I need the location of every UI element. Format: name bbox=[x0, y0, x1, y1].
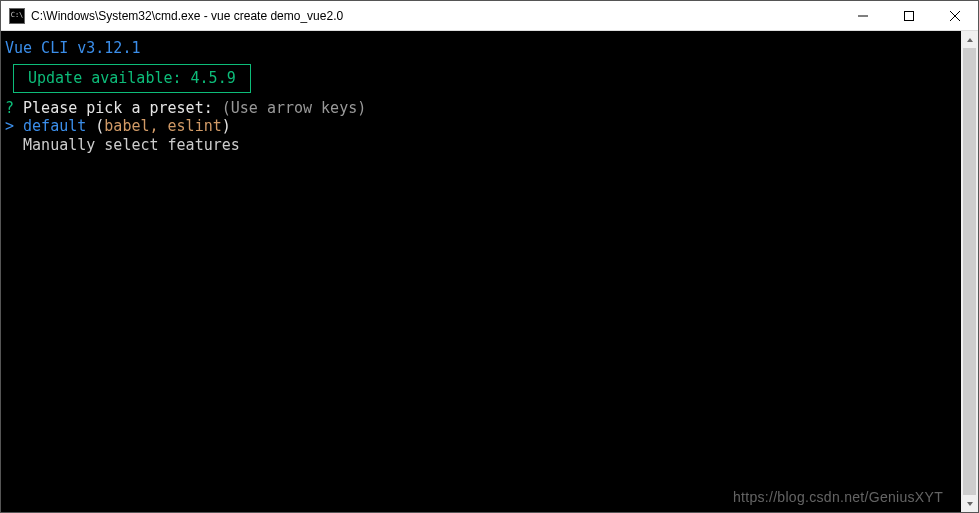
terminal[interactable]: Vue CLI v3.12.1 Update available: 4.5.9 … bbox=[1, 31, 961, 512]
vertical-scrollbar[interactable] bbox=[961, 31, 978, 512]
window-controls bbox=[840, 1, 978, 30]
scroll-thumb[interactable] bbox=[963, 48, 976, 495]
preset-option-manual[interactable]: Manually select features bbox=[5, 136, 957, 155]
scroll-down-icon[interactable] bbox=[961, 495, 978, 512]
option-label: Manually select features bbox=[23, 136, 240, 154]
paren-open: ( bbox=[86, 117, 104, 135]
svg-marker-4 bbox=[967, 38, 973, 42]
prompt-text: Please pick a preset: bbox=[14, 99, 222, 117]
update-available-box: Update available: 4.5.9 bbox=[13, 64, 251, 93]
question-mark: ? bbox=[5, 99, 14, 117]
cmd-icon: C:\ bbox=[9, 8, 25, 24]
cmd-window: C:\ C:\Windows\System32\cmd.exe - vue cr… bbox=[0, 0, 979, 513]
cmd-icon-text: C:\ bbox=[11, 12, 24, 19]
option-label: default bbox=[23, 117, 86, 135]
minimize-button[interactable] bbox=[840, 1, 886, 30]
prompt-hint: (Use arrow keys) bbox=[222, 99, 367, 117]
window-title: C:\Windows\System32\cmd.exe - vue create… bbox=[31, 9, 840, 23]
option-detail: babel, eslint bbox=[104, 117, 221, 135]
svg-marker-5 bbox=[967, 502, 973, 506]
cli-version-header: Vue CLI v3.12.1 bbox=[5, 39, 957, 58]
close-button[interactable] bbox=[932, 1, 978, 30]
maximize-button[interactable] bbox=[886, 1, 932, 30]
paren-close: ) bbox=[222, 117, 231, 135]
svg-rect-1 bbox=[905, 11, 914, 20]
terminal-wrap: Vue CLI v3.12.1 Update available: 4.5.9 … bbox=[1, 31, 978, 512]
scroll-up-icon[interactable] bbox=[961, 31, 978, 48]
titlebar[interactable]: C:\ C:\Windows\System32\cmd.exe - vue cr… bbox=[1, 1, 978, 31]
preset-option-default[interactable]: > default (babel, eslint) bbox=[5, 117, 957, 136]
preset-prompt-line: ? Please pick a preset: (Use arrow keys) bbox=[5, 99, 957, 118]
chevron-right-icon: > bbox=[5, 117, 14, 135]
scroll-track[interactable] bbox=[961, 48, 978, 495]
watermark: https://blog.csdn.net/GeniusXYT bbox=[733, 489, 943, 507]
